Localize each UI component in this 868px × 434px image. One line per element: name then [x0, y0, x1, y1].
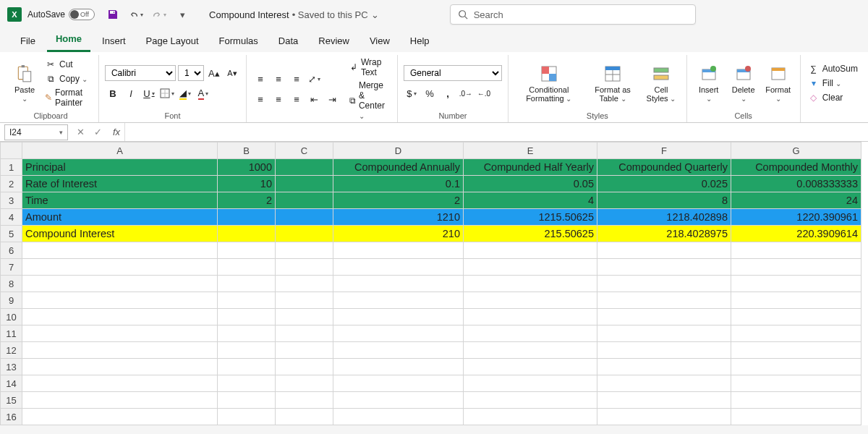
align-right-icon[interactable]: ≡ [289, 91, 305, 107]
font-name-select[interactable]: Calibri [105, 65, 176, 81]
tab-review[interactable]: Review [310, 31, 358, 52]
cell[interactable] [276, 292, 333, 309]
cell[interactable] [218, 392, 276, 409]
cell-B1[interactable]: 1000 [218, 159, 276, 176]
row-header-16[interactable]: 16 [1, 409, 22, 425]
cell-A5[interactable]: Compound Interest [22, 226, 218, 242]
enter-formula-icon[interactable]: ✓ [90, 124, 106, 140]
cell-F2[interactable]: 0.025 [597, 176, 731, 192]
qat-customize-icon[interactable]: ▾ [174, 7, 190, 22]
comma-format-icon[interactable]: , [440, 85, 456, 101]
cell[interactable] [597, 375, 731, 392]
cell[interactable] [333, 242, 464, 259]
cell[interactable] [218, 342, 276, 359]
cell[interactable] [218, 276, 276, 292]
cell-G4[interactable]: 1220.390961 [731, 209, 861, 226]
cell-G5[interactable]: 220.3909614 [731, 226, 861, 242]
cell-E3[interactable]: 4 [464, 192, 597, 209]
cell[interactable] [464, 359, 597, 375]
row-header-5[interactable]: 5 [1, 226, 22, 242]
cell[interactable] [464, 326, 597, 342]
cell-B3[interactable]: 2 [218, 192, 276, 209]
cell[interactable] [464, 409, 597, 425]
cell-E5[interactable]: 215.50625 [464, 226, 597, 242]
cell[interactable] [276, 342, 333, 359]
formula-input[interactable] [124, 123, 868, 141]
tab-insert[interactable]: Insert [93, 31, 135, 52]
number-format-select[interactable]: General [404, 65, 502, 81]
cell[interactable] [218, 359, 276, 375]
cell-A2[interactable]: Rate of Interest [22, 176, 218, 192]
cell-F3[interactable]: 8 [597, 192, 731, 209]
cell-G1[interactable]: Compounded Monthly [731, 159, 861, 176]
col-header-A[interactable]: A [22, 142, 218, 159]
cell[interactable] [464, 342, 597, 359]
cell[interactable] [218, 292, 276, 309]
cell-D2[interactable]: 0.1 [333, 176, 464, 192]
cell-C4[interactable] [276, 209, 333, 226]
row-header-14[interactable]: 14 [1, 375, 22, 392]
search-input[interactable]: Search [450, 4, 696, 25]
cell[interactable] [597, 309, 731, 326]
cell[interactable] [218, 309, 276, 326]
clear-button[interactable]: ◇Clear [807, 91, 859, 104]
cell[interactable] [464, 309, 597, 326]
cancel-formula-icon[interactable]: ✕ [72, 124, 88, 140]
cell-styles-button[interactable]: Cell Styles [642, 56, 680, 110]
decrease-font-icon[interactable]: A▾ [224, 65, 240, 81]
cell[interactable] [464, 392, 597, 409]
cell-E1[interactable]: Compunded Half Yearly [464, 159, 597, 176]
cell[interactable] [276, 392, 333, 409]
merge-center-button[interactable]: ⧉Merge & Center [348, 80, 391, 122]
row-header-11[interactable]: 11 [1, 326, 22, 342]
cell[interactable] [333, 359, 464, 375]
cell[interactable] [22, 342, 218, 359]
col-header-G[interactable]: G [731, 142, 861, 159]
name-box[interactable]: I24 [4, 124, 68, 140]
cell[interactable] [731, 259, 861, 276]
cell-A3[interactable]: Time [22, 192, 218, 209]
wrap-text-button[interactable]: ↲Wrap Text [348, 56, 391, 78]
cell[interactable] [22, 276, 218, 292]
decrease-decimal-icon[interactable]: ←.0 [476, 85, 492, 101]
cell-F1[interactable]: Compounded Quarterly [597, 159, 731, 176]
autosum-button[interactable]: ∑AutoSum [807, 62, 859, 75]
row-header-10[interactable]: 10 [1, 309, 22, 326]
cell-A4[interactable]: Amount [22, 209, 218, 226]
cell-G3[interactable]: 24 [731, 192, 861, 209]
tab-data[interactable]: Data [270, 31, 307, 52]
cell[interactable] [597, 409, 731, 425]
row-header-3[interactable]: 3 [1, 192, 22, 209]
cell[interactable] [276, 242, 333, 259]
row-header-2[interactable]: 2 [1, 176, 22, 192]
italic-button[interactable]: I [123, 85, 139, 101]
cell[interactable] [333, 309, 464, 326]
align-bottom-icon[interactable]: ≡ [289, 71, 305, 87]
cell[interactable] [597, 392, 731, 409]
cell[interactable] [276, 409, 333, 425]
tab-formulas[interactable]: Formulas [210, 31, 267, 52]
cell[interactable] [597, 342, 731, 359]
cell-C5[interactable] [276, 226, 333, 242]
cell-B2[interactable]: 10 [218, 176, 276, 192]
cell-E2[interactable]: 0.05 [464, 176, 597, 192]
decrease-indent-icon[interactable]: ⇤ [307, 91, 323, 107]
fill-button[interactable]: ▾Fill [807, 77, 859, 90]
document-title[interactable]: Compound Interest • Saved to this PC ⌄ [209, 9, 379, 20]
tab-file[interactable]: File [12, 31, 44, 52]
cell[interactable] [333, 375, 464, 392]
cell[interactable] [276, 326, 333, 342]
cell-C3[interactable] [276, 192, 333, 209]
col-header-D[interactable]: D [333, 142, 464, 159]
copy-button[interactable]: ⧉Copy [43, 72, 93, 85]
cell-C1[interactable] [276, 159, 333, 176]
percent-format-icon[interactable]: % [422, 85, 438, 101]
cell-D3[interactable]: 2 [333, 192, 464, 209]
cell-E4[interactable]: 1215.50625 [464, 209, 597, 226]
paste-button[interactable]: Paste [9, 56, 41, 110]
format-painter-button[interactable]: ✎Format Painter [43, 87, 93, 109]
col-header-B[interactable]: B [218, 142, 276, 159]
cell[interactable] [597, 242, 731, 259]
cell[interactable] [597, 326, 731, 342]
cell[interactable] [333, 392, 464, 409]
